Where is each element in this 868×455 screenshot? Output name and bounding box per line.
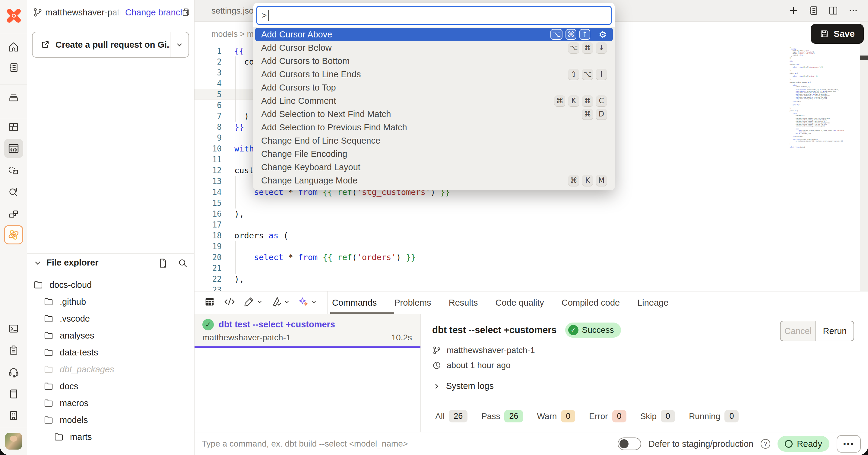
ai-fix-tool[interactable] [298,296,317,307]
count-filter-warn[interactable]: Warn0 [537,410,575,422]
palette-item-change-file-encoding[interactable]: Change File Encoding [255,147,613,160]
lint-tool[interactable] [271,296,290,307]
count-filter-running[interactable]: Running0 [689,410,739,422]
file-tree-item-marts[interactable]: marts [27,428,194,445]
count-filter-error[interactable]: Error0 [589,410,626,422]
line-number: 7 [194,111,222,122]
more-options-icon[interactable] [847,5,859,16]
command-input[interactable]: Type a command, ex. dbt build --select <… [202,439,408,449]
count-filter-all[interactable]: All26 [435,410,467,422]
palette-item-add-cursors-to-top[interactable]: Add Cursors to Top [255,81,613,94]
tab-settings-json[interactable]: settings.json [211,6,258,16]
clipboard-icon[interactable] [7,344,20,356]
dbt-logo[interactable] [6,8,22,24]
notebook-panel-icon[interactable] [808,5,819,16]
code-line-22[interactable]: 22), [194,274,786,284]
support-headset-icon[interactable] [7,366,20,378]
notebook-icon[interactable] [7,62,20,73]
panel-tab-commands[interactable]: Commands [332,298,377,308]
user-avatar[interactable] [5,433,22,450]
command-palette-input[interactable]: > [256,6,612,25]
new-tab-plus-icon[interactable] [788,5,799,16]
palette-item-add-selection-to-next-find-match[interactable]: Add Selection to Next Find Match⌘D [255,108,613,121]
help-icon[interactable]: ? [761,439,770,449]
palette-item-add-cursor-above[interactable]: Add Cursor Above⌥⌘↑⚙ [255,28,613,41]
canvas-frame-icon[interactable] [7,165,20,177]
palette-item-change-keyboard-layout[interactable]: Change Keyboard Layout [255,160,613,174]
palette-item-add-selection-to-previous-find-match[interactable]: Add Selection to Previous Find Match [255,121,613,134]
panel-tab-problems[interactable]: Problems [394,298,431,308]
windows-link-icon[interactable] [7,208,20,220]
code-editor-icon[interactable] [4,139,23,158]
docs-book-icon[interactable] [7,387,20,399]
compiled-code-icon[interactable] [223,296,236,308]
editor-minimap[interactable]: {{ config( materialized = "table", tags … [789,47,859,148]
copy-icon[interactable] [180,7,191,18]
palette-item-label: Change Keyboard Layout [261,162,361,172]
ready-label: Ready [797,439,822,449]
cancel-button[interactable]: Cancel [780,321,815,341]
organization-icon[interactable] [7,410,20,422]
status-more-button[interactable]: ••• [837,435,861,453]
editor-scrollbar[interactable] [860,22,868,291]
dbt-copilot-icon[interactable] [4,225,23,244]
file-tree-item--vscode[interactable]: .vscode [27,310,194,327]
create-pr-button[interactable]: Create a pull request on Gi... [32,32,189,58]
defer-toggle[interactable] [618,437,641,450]
query-explorer-icon[interactable] [7,186,20,198]
palette-item-change-end-of-line-sequence[interactable]: Change End of Line Sequence [255,134,613,147]
file-tree-item-models[interactable]: models [27,412,194,428]
count-filter-skip[interactable]: Skip0 [640,410,675,422]
key-chip: K [568,95,579,106]
file-explorer-section[interactable]: File explorer [34,258,98,268]
run-history-item[interactable]: ✓ dbt test --select +customers matthewsh… [194,314,421,348]
code-text [222,132,234,143]
search-icon[interactable] [177,258,188,269]
panel-tab-code-quality[interactable]: Code quality [495,298,544,308]
environments-drawer-icon[interactable] [7,91,20,103]
new-file-icon[interactable] [157,258,168,269]
file-tree-item--github[interactable]: .github [27,293,194,310]
system-logs-toggle[interactable]: System logs [433,381,494,391]
configure-keybinding-gear-icon[interactable]: ⚙ [599,29,607,40]
code-line-16[interactable]: 16), [194,209,786,219]
rerun-button[interactable]: Rerun [815,321,854,341]
palette-item-add-cursors-to-line-ends[interactable]: Add Cursors to Line Ends⇧⌥I [255,68,613,81]
palette-item-change-language-mode[interactable]: Change Language Mode⌘KM [255,174,613,187]
code-line-17[interactable]: 17 [194,219,786,230]
line-number: 8 [194,122,222,132]
panel-tab-compiled-code[interactable]: Compiled code [562,298,620,308]
save-button[interactable]: Save [811,24,864,44]
file-tree-item-data-tests[interactable]: data-tests [27,344,194,361]
line-number: 12 [194,165,222,176]
code-line-18[interactable]: 18orders as ( [194,230,786,241]
file-tree-item-docs-cloud[interactable]: docs-cloud [27,276,194,293]
key-chip: ⌥ [582,69,593,80]
file-tree-item-macros[interactable]: macros [27,395,194,412]
code-line-20[interactable]: 20 select * from {{ ref('orders') }} [194,252,786,263]
panel-tab-results[interactable]: Results [449,298,478,308]
format-tool[interactable] [243,296,263,307]
code-line-21[interactable]: 21 [194,263,786,274]
split-editor-icon[interactable] [828,5,839,16]
code-text: {{ [222,46,244,56]
file-tree-item-analyses[interactable]: analyses [27,327,194,344]
home-icon[interactable] [7,41,20,53]
change-branch-link[interactable]: Change branch [125,7,185,18]
file-tree-item-docs[interactable]: docs [27,378,194,395]
scrollbar-thumb[interactable] [860,56,868,60]
count-filter-pass[interactable]: Pass26 [482,410,523,422]
panel-tab-lineage[interactable]: Lineage [637,298,668,308]
palette-item-add-line-comment[interactable]: Add Line Comment⌘K⌘C [255,94,613,108]
pr-button-dropdown[interactable] [170,32,188,57]
dashboard-icon[interactable] [7,121,20,133]
palette-item-add-cursors-to-bottom[interactable]: Add Cursors to Bottom [255,54,613,68]
ide-status-badge[interactable]: Ready [777,436,829,452]
line-number: 20 [194,252,222,263]
terminal-icon[interactable] [7,323,20,335]
code-line-19[interactable]: 19 [194,241,786,252]
results-table-icon[interactable] [204,296,216,308]
file-tree-item-dbt-packages[interactable]: dbt_packages [27,361,194,378]
palette-item-add-cursor-below[interactable]: Add Cursor Below⌥⌘↓ [255,41,613,54]
code-line-15[interactable]: 15 [194,198,786,209]
